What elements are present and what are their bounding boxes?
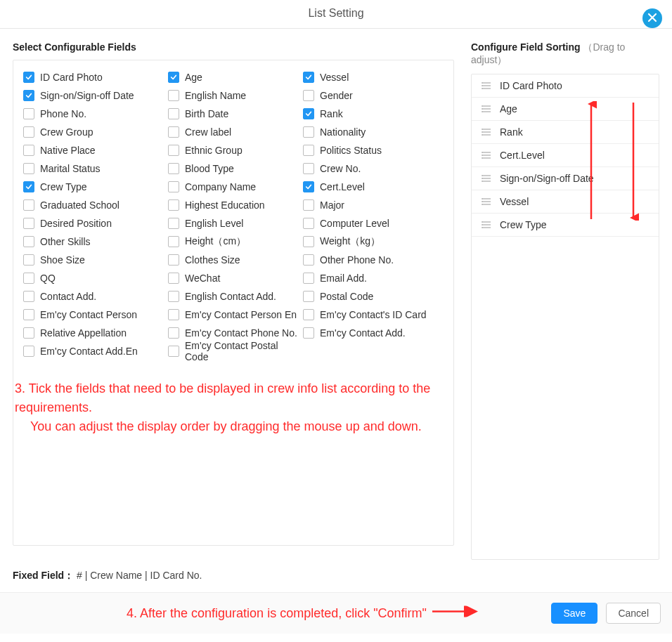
close-icon [647, 13, 657, 25]
field-checkbox[interactable]: Company Name [168, 180, 299, 194]
checkbox-icon [23, 72, 34, 83]
sort-item[interactable]: Vessel [472, 190, 659, 214]
sort-item[interactable]: Crew Type [472, 214, 659, 237]
sort-item[interactable]: ID Card Photo [472, 74, 659, 98]
field-checkbox[interactable]: Em'cy Contact Postal Code [168, 344, 299, 358]
field-checkbox[interactable]: ID Card Photo [23, 70, 164, 84]
field-label: Em'cy Contact Phone No. [185, 327, 297, 339]
checkbox-icon [303, 327, 314, 339]
field-checkbox[interactable]: English Level [168, 216, 299, 230]
checkbox-icon [303, 181, 314, 192]
svg-point-39 [482, 221, 483, 223]
field-checkbox[interactable]: Rank [303, 107, 444, 121]
field-checkbox[interactable]: Em'cy Contact Person [23, 308, 164, 322]
dialog-title: List Setting [308, 7, 363, 19]
configurable-fields-box: ID Card PhotoAgeVesselSign-on/Sign-off D… [13, 60, 454, 546]
dialog-body: Select Configurable Fields ID Card Photo… [0, 29, 672, 560]
field-checkbox[interactable]: Native Place [23, 143, 164, 157]
checkbox-icon [23, 126, 34, 138]
field-checkbox[interactable]: Age [168, 70, 299, 84]
field-checkbox[interactable]: Sign-on/Sign-off Date [23, 89, 164, 103]
field-checkbox[interactable]: Em'cy Contact's ID Card [303, 308, 444, 322]
field-checkbox[interactable]: Graduated School [23, 198, 164, 212]
field-checkbox[interactable]: Blood Type [168, 162, 299, 176]
field-label: WeChat [185, 273, 220, 284]
field-sorting-box: ID Card PhotoAgeRankCert.LevelSign-on/Si… [471, 74, 659, 560]
field-checkbox[interactable]: Ethnic Group [168, 143, 299, 157]
field-checkbox[interactable]: Vessel [303, 70, 444, 84]
checkbox-icon [168, 236, 179, 247]
field-checkbox[interactable]: Politics Status [303, 143, 444, 157]
field-checkbox[interactable]: Em'cy Contact Person En [168, 308, 299, 322]
field-checkbox[interactable]: Relative Appellation [23, 326, 164, 340]
close-button[interactable] [642, 8, 662, 28]
drag-handle-icon [482, 174, 491, 183]
field-checkbox[interactable]: Em'cy Contact Add.En [23, 344, 164, 358]
field-checkbox[interactable]: Phone No. [23, 107, 164, 121]
svg-point-15 [482, 129, 483, 130]
field-checkbox[interactable]: Postal Code [303, 289, 444, 303]
field-label: Age [185, 72, 202, 83]
field-checkbox[interactable]: Clothes Size [168, 253, 299, 267]
field-checkbox[interactable]: WeChat [168, 271, 299, 285]
sort-item[interactable]: Age [472, 98, 659, 121]
field-checkbox[interactable]: Contact Add. [23, 289, 164, 303]
checkbox-icon [168, 181, 179, 192]
checkbox-icon [168, 291, 179, 302]
save-button[interactable]: Save [551, 603, 597, 624]
field-checkbox[interactable]: English Contact Add. [168, 289, 299, 303]
field-label: Major [320, 199, 344, 211]
field-checkbox[interactable]: Crew No. [303, 162, 444, 176]
field-checkbox[interactable]: Major [303, 198, 444, 212]
field-checkbox[interactable]: Birth Date [168, 107, 299, 121]
field-checkbox[interactable]: Desired Position [23, 216, 164, 230]
field-checkbox[interactable]: English Name [168, 89, 299, 103]
field-checkbox[interactable]: Other Skills [23, 235, 164, 249]
field-label: Crew No. [320, 163, 361, 174]
checkbox-icon [303, 291, 314, 302]
checkbox-icon [168, 108, 179, 119]
field-label: Email Add. [320, 273, 367, 284]
field-checkbox[interactable]: Email Add. [303, 271, 444, 285]
list-setting-dialog: List Setting Select Configurable Fields … [0, 0, 672, 634]
field-checkbox[interactable]: Other Phone No. [303, 253, 444, 267]
field-label: Relative Appellation [40, 327, 127, 339]
fixed-field-row: Fixed Field： # | Crew Name | ID Card No. [0, 560, 672, 592]
sort-item-label: ID Card Photo [500, 80, 562, 91]
checkbox-icon [168, 254, 179, 266]
field-label: Ethnic Group [185, 145, 243, 156]
field-label: Other Phone No. [320, 254, 394, 266]
sort-item[interactable]: Cert.Level [472, 144, 659, 167]
field-label: Em'cy Contact Postal Code [185, 340, 299, 362]
cancel-button[interactable]: Cancel [606, 603, 661, 624]
field-label: Weight（kg） [320, 235, 380, 248]
field-checkbox[interactable]: Em'cy Contact Add. [303, 326, 444, 340]
drag-handle-icon [482, 81, 491, 90]
field-label: Highest Education [185, 199, 265, 211]
field-checkbox[interactable]: QQ [23, 271, 164, 285]
field-label: Blood Type [185, 163, 234, 174]
svg-point-23 [482, 157, 483, 159]
field-checkbox[interactable]: Marital Status [23, 162, 164, 176]
field-checkbox[interactable]: Computer Level [303, 216, 444, 230]
field-checkbox[interactable]: Weight（kg） [303, 235, 444, 249]
sort-item[interactable]: Sign-on/Sign-off Date [472, 167, 659, 190]
field-checkbox[interactable]: Crew Group [23, 125, 164, 139]
field-checkbox[interactable]: Highest Education [168, 198, 299, 212]
field-label: Nationality [320, 126, 366, 138]
field-checkbox[interactable]: Height（cm） [168, 235, 299, 249]
field-checkbox[interactable]: Cert.Level [303, 180, 444, 194]
sort-item[interactable]: Rank [472, 121, 659, 144]
field-checkbox[interactable]: Em'cy Contact Phone No. [168, 326, 299, 340]
field-checkbox[interactable]: Crew label [168, 125, 299, 139]
svg-point-35 [482, 204, 483, 205]
field-label: Em'cy Contact Add. [320, 327, 406, 339]
field-checkbox[interactable]: Gender [303, 89, 444, 103]
field-checkbox[interactable]: Crew Type [23, 180, 164, 194]
checkbox-icon [303, 199, 314, 211]
field-checkbox[interactable]: Shoe Size [23, 253, 164, 267]
field-label: Contact Add. [40, 291, 96, 302]
field-checkbox[interactable]: Nationality [303, 125, 444, 139]
field-label: Marital Status [40, 163, 101, 174]
checkbox-icon [23, 90, 34, 101]
